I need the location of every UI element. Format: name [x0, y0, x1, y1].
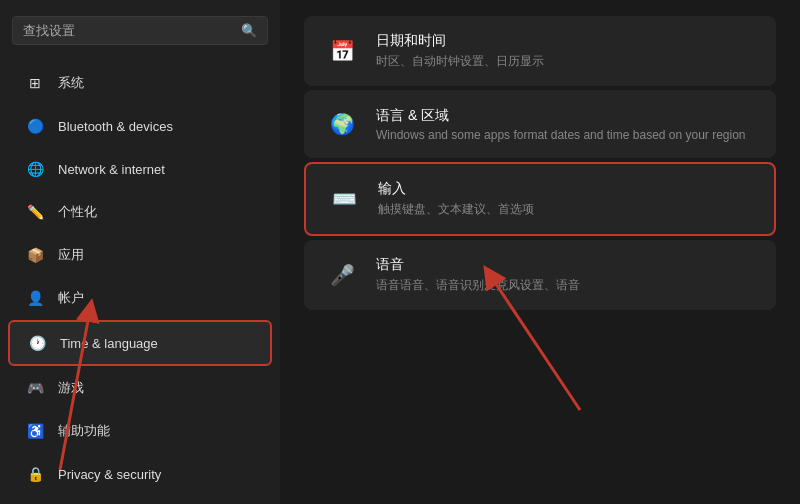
input-title: 输入	[378, 180, 534, 198]
speech-subtitle: 语音语音、语音识别麦克风设置、语音	[376, 277, 580, 294]
apps-icon: 📦	[24, 244, 46, 266]
datetime-text: 日期和时间时区、自动时钟设置、日历显示	[376, 32, 544, 70]
speech-title: 语音	[376, 256, 580, 274]
main-content: 📅日期和时间时区、自动时钟设置、日历显示🌍语言 & 区域Windows and …	[280, 0, 800, 504]
settings-item-speech[interactable]: 🎤语音语音语音、语音识别麦克风设置、语音	[304, 240, 776, 310]
datetime-icon: 📅	[324, 33, 360, 69]
search-input[interactable]	[23, 23, 235, 38]
sidebar-item-accounts[interactable]: 👤帐户	[8, 277, 272, 319]
time-icon: 🕐	[26, 332, 48, 354]
input-text: 输入触摸键盘、文本建议、首选项	[378, 180, 534, 218]
datetime-subtitle: 时区、自动时钟设置、日历显示	[376, 53, 544, 70]
search-bar[interactable]: 🔍	[12, 16, 268, 45]
sidebar-item-system[interactable]: ⊞系统	[8, 62, 272, 104]
sidebar-item-label-privacy: Privacy & security	[58, 467, 161, 482]
sidebar-item-time[interactable]: 🕐Time & language	[8, 320, 272, 366]
sidebar-item-network[interactable]: 🌐Network & internet	[8, 148, 272, 190]
sidebar-item-windows-update[interactable]: ⟳Windows Update	[8, 496, 272, 504]
accessibility-icon: ♿	[24, 420, 46, 442]
sidebar-item-privacy[interactable]: 🔒Privacy & security	[8, 453, 272, 495]
datetime-title: 日期和时间	[376, 32, 544, 50]
privacy-icon: 🔒	[24, 463, 46, 485]
sidebar-item-label-accessibility: 辅助功能	[58, 422, 110, 440]
speech-icon: 🎤	[324, 257, 360, 293]
sidebar-item-label-gaming: 游戏	[58, 379, 84, 397]
sidebar-item-label-apps: 应用	[58, 246, 84, 264]
settings-item-datetime[interactable]: 📅日期和时间时区、自动时钟设置、日历显示	[304, 16, 776, 86]
sidebar-item-accessibility[interactable]: ♿辅助功能	[8, 410, 272, 452]
settings-item-input[interactable]: ⌨️输入触摸键盘、文本建议、首选项	[304, 162, 776, 236]
nav-list: ⊞系统🔵Bluetooth & devices🌐Network & intern…	[0, 61, 280, 504]
accounts-icon: 👤	[24, 287, 46, 309]
settings-item-language[interactable]: 🌍语言 & 区域Windows and some apps format dat…	[304, 90, 776, 158]
speech-text: 语音语音语音、语音识别麦克风设置、语音	[376, 256, 580, 294]
network-icon: 🌐	[24, 158, 46, 180]
system-icon: ⊞	[24, 72, 46, 94]
sidebar-item-label-system: 系统	[58, 74, 84, 92]
sidebar-item-label-personalization: 个性化	[58, 203, 97, 221]
settings-list: 📅日期和时间时区、自动时钟设置、日历显示🌍语言 & 区域Windows and …	[304, 16, 776, 310]
input-subtitle: 触摸键盘、文本建议、首选项	[378, 201, 534, 218]
language-icon: 🌍	[324, 106, 360, 142]
sidebar-item-bluetooth[interactable]: 🔵Bluetooth & devices	[8, 105, 272, 147]
sidebar-item-gaming[interactable]: 🎮游戏	[8, 367, 272, 409]
gaming-icon: 🎮	[24, 377, 46, 399]
search-icon: 🔍	[241, 23, 257, 38]
sidebar-item-label-bluetooth: Bluetooth & devices	[58, 119, 173, 134]
sidebar-item-label-time: Time & language	[60, 336, 158, 351]
sidebar-item-personalization[interactable]: ✏️个性化	[8, 191, 272, 233]
language-text: 语言 & 区域Windows and some apps format date…	[376, 107, 746, 142]
input-icon: ⌨️	[326, 181, 362, 217]
sidebar: 🔍 ⊞系统🔵Bluetooth & devices🌐Network & inte…	[0, 0, 280, 504]
sidebar-item-apps[interactable]: 📦应用	[8, 234, 272, 276]
sidebar-item-label-network: Network & internet	[58, 162, 165, 177]
sidebar-item-label-accounts: 帐户	[58, 289, 84, 307]
language-title: 语言 & 区域	[376, 107, 746, 125]
language-subtitle: Windows and some apps format dates and t…	[376, 128, 746, 142]
bluetooth-icon: 🔵	[24, 115, 46, 137]
personalization-icon: ✏️	[24, 201, 46, 223]
